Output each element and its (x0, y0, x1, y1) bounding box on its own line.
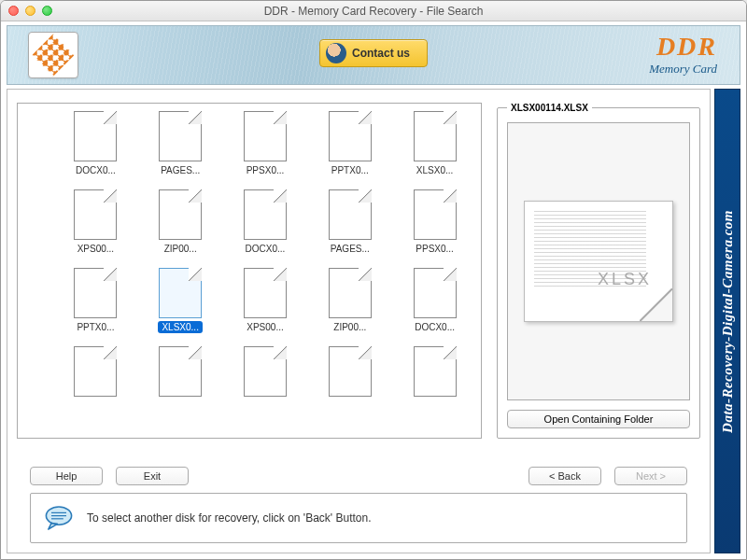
file-label: PAGES... (157, 164, 204, 176)
file-item[interactable]: ZIP00... (309, 262, 390, 335)
file-label: XLSX0... (158, 321, 202, 333)
hint-box: To select another disk for recovery, cli… (30, 493, 687, 543)
file-item[interactable]: XPS00... (225, 262, 306, 335)
file-icon (72, 107, 119, 161)
file-icon (157, 186, 204, 240)
file-item[interactable]: PAGES... (140, 105, 221, 178)
file-item[interactable]: ZIP00... (140, 184, 221, 257)
file-icon (327, 186, 374, 240)
brand-sub: Memory Card (649, 62, 717, 77)
side-banner[interactable]: Data-Recovery-Digital-Camera.com (714, 89, 740, 553)
window-controls (8, 6, 52, 16)
file-label: PPTX0... (328, 164, 373, 176)
contact-label: Contact us (352, 47, 410, 60)
bottom-button-row: Help Exit < Back Next > (17, 467, 700, 485)
file-icon (157, 264, 204, 318)
preview-group: XLSX00114.XLSX XLSX Open Containing Fold… (497, 103, 700, 439)
file-label: PPTX0... (73, 321, 118, 333)
open-containing-folder-button[interactable]: Open Containing Folder (507, 410, 690, 428)
file-item[interactable]: PPTX0... (55, 262, 136, 335)
preview-ext: XLSX (598, 270, 652, 289)
side-banner-text: Data-Recovery-Digital-Camera.com (720, 210, 736, 433)
file-icon (412, 264, 458, 318)
file-label: DOCX0... (411, 321, 458, 333)
next-button: Next > (614, 467, 687, 485)
file-icon (327, 264, 374, 318)
file-label (431, 399, 439, 401)
file-label (176, 399, 184, 401)
file-item[interactable]: DOCX0... (225, 184, 306, 257)
content-row: DOCX0...PAGES...PPSX0...PPTX0...XLSX0...… (1, 85, 746, 559)
file-item[interactable]: XLSX0... (394, 105, 475, 178)
app-logo[interactable] (28, 32, 78, 78)
file-icon (72, 264, 119, 318)
file-item[interactable]: PPSX0... (394, 184, 475, 257)
file-label (92, 399, 99, 401)
file-icon (327, 343, 374, 397)
file-label (346, 399, 354, 401)
minimize-icon[interactable] (25, 6, 35, 16)
file-item[interactable] (55, 341, 136, 403)
file-icon (242, 264, 289, 318)
file-item[interactable]: XLSX0... (140, 262, 221, 335)
file-label: PAGES... (327, 243, 374, 255)
back-button[interactable]: < Back (529, 467, 601, 485)
preview-filename: XLSX00114.XLSX (507, 103, 592, 113)
file-item[interactable] (394, 341, 475, 403)
window-title: DDR - Memory Card Recovery - File Search (1, 5, 746, 18)
file-label (261, 399, 269, 401)
brand-main: DDR (649, 34, 717, 60)
file-label: XLSX0... (413, 164, 457, 176)
file-item[interactable] (140, 341, 221, 403)
file-item[interactable]: DOCX0... (55, 105, 136, 178)
file-icon (412, 107, 458, 161)
file-browser: DOCX0...PAGES...PPSX0...PPTX0...XLSX0...… (17, 103, 482, 439)
file-item[interactable]: XPS00... (55, 184, 136, 257)
file-label: DOCX0... (72, 164, 120, 176)
file-icon (242, 186, 289, 240)
file-icon (412, 343, 458, 397)
app-window: DDR - Memory Card Recovery - File Search… (0, 0, 747, 560)
file-grid: DOCX0...PAGES...PPSX0...PPTX0...XLSX0...… (55, 104, 475, 403)
brand-block: DDR Memory Card (649, 34, 717, 77)
file-label: DOCX0... (242, 243, 289, 255)
maximize-icon[interactable] (42, 6, 52, 16)
file-label: XPS00... (243, 321, 287, 333)
file-label: PPSX0... (412, 243, 458, 255)
upper-row: DOCX0...PAGES...PPSX0...PPTX0...XLSX0...… (17, 103, 700, 439)
help-button[interactable]: Help (30, 467, 103, 485)
preview-thumbnail: XLSX (507, 122, 690, 400)
header-band: Contact us DDR Memory Card (7, 25, 740, 85)
file-icon (72, 343, 119, 397)
file-item[interactable] (309, 341, 390, 403)
file-item[interactable]: PPSX0... (225, 105, 306, 178)
file-item[interactable]: DOCX0... (394, 262, 475, 335)
hint-text: To select another disk for recovery, cli… (87, 511, 372, 525)
file-label: ZIP00... (330, 321, 370, 333)
file-label: PPSX0... (243, 164, 289, 176)
contact-us-button[interactable]: Contact us (319, 39, 428, 67)
file-icon (157, 107, 204, 161)
close-icon[interactable] (8, 6, 19, 16)
file-icon (242, 343, 289, 397)
main-panel: DOCX0...PAGES...PPSX0...PPTX0...XLSX0...… (7, 89, 711, 553)
file-scroll[interactable]: DOCX0...PAGES...PPSX0...PPTX0...XLSX0...… (17, 103, 482, 439)
titlebar: DDR - Memory Card Recovery - File Search (1, 1, 746, 21)
exit-button[interactable]: Exit (116, 467, 189, 485)
file-item[interactable]: PAGES... (309, 184, 390, 257)
file-icon (72, 186, 119, 240)
file-item[interactable]: PPTX0... (309, 105, 390, 178)
file-label: ZIP00... (161, 243, 201, 255)
speech-bubble-icon (44, 505, 74, 531)
file-icon (327, 107, 374, 161)
document-preview-icon: XLSX (524, 201, 673, 322)
file-item[interactable] (225, 341, 306, 403)
file-icon (242, 107, 289, 161)
person-icon (326, 43, 346, 63)
file-label: XPS00... (74, 243, 118, 255)
logo-pattern-icon (32, 34, 74, 76)
file-icon (157, 343, 204, 397)
file-icon (412, 186, 458, 240)
